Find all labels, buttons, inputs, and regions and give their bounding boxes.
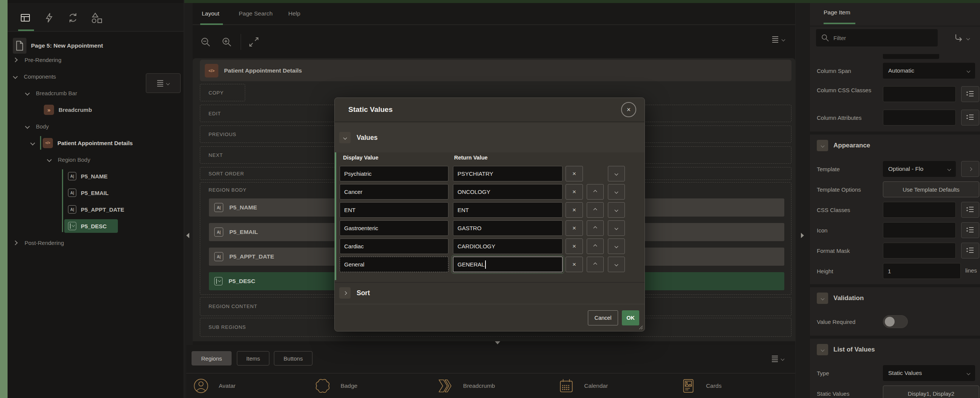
return-value-input[interactable] (453, 184, 563, 199)
gallery-item-badge[interactable]: Badge (308, 373, 430, 398)
section-appearance[interactable]: Appearance (817, 140, 870, 151)
region-header[interactable]: </> Patient Appointment Details (200, 60, 791, 81)
return-value-input[interactable] (453, 166, 563, 181)
drop-zone-copy[interactable]: COPY (200, 84, 245, 101)
move-down-button[interactable] (608, 256, 625, 272)
shared-components-icon[interactable] (90, 11, 103, 24)
section-validation[interactable]: Validation (817, 293, 864, 304)
quick-pick-button[interactable] (961, 243, 979, 258)
close-icon[interactable]: × (621, 102, 636, 117)
remove-row-button[interactable]: × (566, 256, 583, 272)
tree-item-p5-appt-date[interactable]: A| P5_APPT_DATE (8, 201, 184, 218)
return-value-input[interactable] (453, 239, 563, 254)
tree-item-region-body[interactable]: Region Body (8, 151, 184, 168)
tree-item-patient-appointment-details[interactable]: </> Patient Appointment Details (8, 135, 184, 151)
tree-item-post-rendering[interactable]: Post-Rendering (8, 234, 184, 251)
display-value-input[interactable] (340, 202, 449, 218)
collapse-gallery-icon[interactable] (495, 341, 500, 344)
collapse-section-button[interactable] (817, 140, 828, 151)
section-list-of-values[interactable]: List of Values (817, 344, 875, 355)
display-value-input[interactable] (340, 166, 449, 181)
gallery-item-calendar[interactable]: Calendar (552, 373, 673, 398)
move-up-button[interactable] (587, 256, 604, 272)
tree-item-body[interactable]: Body (8, 118, 184, 135)
gallery-item-avatar[interactable]: Avatar (186, 373, 308, 398)
display-value-input[interactable] (340, 184, 449, 199)
remove-row-button[interactable]: × (566, 239, 583, 254)
value-required-toggle[interactable] (883, 315, 908, 328)
quick-pick-button[interactable] (961, 222, 979, 238)
remove-row-button[interactable]: × (566, 184, 583, 199)
static-values-button[interactable]: Display1, Display2 (883, 385, 979, 398)
zoom-in-icon[interactable] (219, 34, 234, 49)
move-down-button[interactable] (608, 239, 625, 254)
return-value-input[interactable] (453, 220, 563, 236)
template-options-button[interactable]: Use Template Defaults (883, 181, 979, 197)
sort-section-header[interactable]: Sort (335, 284, 644, 302)
move-down-button[interactable] (608, 184, 625, 199)
lov-type-select[interactable]: Static Values (883, 365, 975, 381)
remove-row-button[interactable]: × (566, 202, 583, 218)
open-template-button[interactable] (961, 161, 979, 177)
move-up-button[interactable] (587, 239, 604, 254)
tab-page-search[interactable]: Page Search (239, 3, 273, 24)
go-to-group-button[interactable] (954, 33, 969, 43)
gallery-tab-regions[interactable]: Regions (191, 351, 232, 366)
icon-input[interactable] (883, 222, 956, 238)
quick-pick-button[interactable] (961, 86, 979, 102)
collapse-section-button[interactable] (817, 293, 828, 304)
collapse-section-button[interactable] (817, 344, 828, 355)
tab-page-item[interactable]: Page Item (824, 9, 850, 16)
expand-section-button[interactable] (339, 287, 351, 299)
tree-item-p5-desc[interactable]: P5_DESC (8, 218, 184, 234)
right-splitter[interactable] (795, 3, 810, 398)
return-value-input[interactable] (453, 202, 563, 218)
display-value-input[interactable] (340, 220, 449, 236)
gallery-tab-buttons[interactable]: Buttons (274, 351, 312, 366)
gallery-menu-button[interactable] (772, 356, 784, 362)
move-down-button[interactable] (608, 220, 625, 236)
column-attributes-input[interactable] (883, 110, 956, 126)
tree-item-p5-email[interactable]: A| P5_EMAIL (8, 185, 184, 201)
gallery-item-breadcrumb[interactable]: Breadcrumb (430, 373, 552, 398)
move-up-button[interactable] (587, 220, 604, 236)
remove-row-button[interactable]: × (566, 220, 583, 236)
dynamic-actions-icon[interactable] (43, 11, 56, 24)
quick-pick-button[interactable] (961, 202, 979, 218)
move-up-button[interactable] (587, 202, 604, 218)
gallery-tab-items[interactable]: Items (237, 351, 269, 366)
move-down-button[interactable] (608, 166, 625, 181)
cancel-button[interactable]: Cancel (588, 310, 618, 325)
remove-row-button[interactable]: × (566, 166, 583, 181)
tree-item-p5-name[interactable]: A| P5_NAME (8, 168, 184, 185)
tree-item-components[interactable]: Components (8, 68, 184, 85)
column-span-select[interactable]: Automatic (883, 63, 975, 79)
column-css-classes-input[interactable] (883, 86, 956, 102)
collapse-left-icon[interactable] (186, 233, 189, 238)
tab-layout[interactable]: Layout (202, 3, 220, 24)
dialog-header[interactable]: Static Values × (335, 98, 644, 122)
move-down-button[interactable] (608, 202, 625, 218)
template-select[interactable]: Optional - Flo (883, 161, 956, 177)
tree-item-pre-rendering[interactable]: Pre-Rendering (8, 51, 184, 68)
gallery-item-cards[interactable]: Cards (674, 373, 795, 398)
height-input[interactable] (883, 263, 961, 279)
collapse-right-icon[interactable] (801, 233, 804, 238)
move-up-button[interactable] (587, 184, 604, 199)
collapse-section-button[interactable] (339, 132, 351, 143)
quick-pick-button[interactable] (961, 110, 979, 126)
display-value-input[interactable] (340, 239, 449, 254)
css-classes-input[interactable] (883, 202, 956, 218)
tab-help[interactable]: Help (288, 3, 300, 24)
page-layout-icon[interactable] (19, 11, 32, 24)
layout-menu-button[interactable] (772, 36, 785, 43)
processing-icon[interactable] (67, 11, 80, 24)
left-splitter[interactable] (185, 3, 192, 398)
ok-button[interactable]: OK (622, 310, 639, 325)
values-section-header[interactable]: Values (335, 123, 644, 152)
zoom-out-icon[interactable] (198, 34, 213, 49)
display-value-input[interactable] (340, 256, 449, 272)
resize-handle-icon[interactable] (638, 324, 643, 330)
filter-input[interactable] (834, 35, 924, 41)
format-mask-input[interactable] (883, 243, 956, 258)
